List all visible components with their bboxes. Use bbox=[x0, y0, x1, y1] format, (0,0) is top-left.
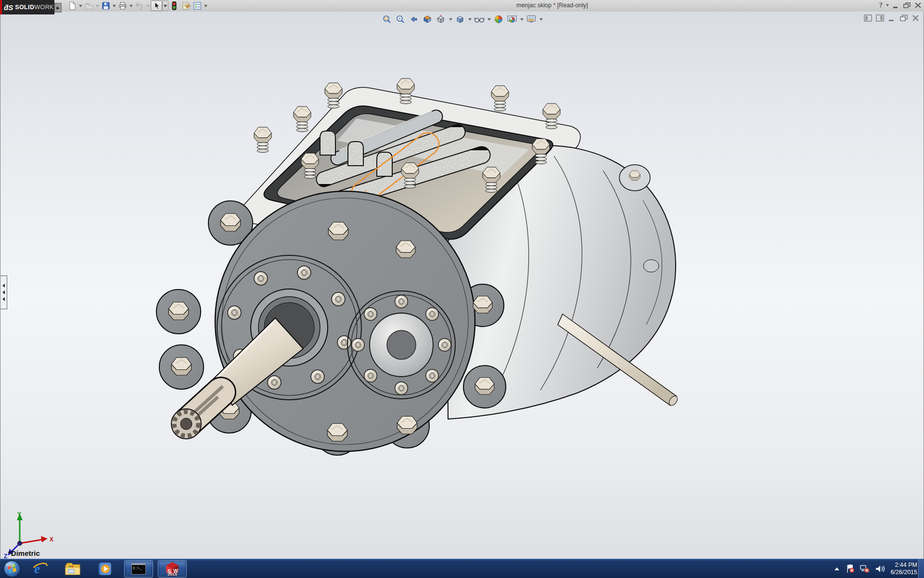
brand-solid-text: SOLID bbox=[15, 4, 34, 11]
print-dropdown-icon[interactable] bbox=[128, 0, 134, 11]
media-player-button[interactable] bbox=[91, 561, 119, 577]
network-status-icon[interactable] bbox=[860, 564, 870, 574]
system-tray: 2:44 PM 6/26/2015 bbox=[834, 559, 917, 578]
graphics-viewport[interactable]: Y X Z *Dimetric bbox=[0, 12, 924, 559]
ds-logo-mark: ƌS bbox=[4, 3, 13, 12]
save-dropdown-icon[interactable] bbox=[112, 0, 117, 11]
clock-date[interactable]: 6/26/2015 bbox=[890, 569, 917, 576]
undo-dropdown-icon[interactable] bbox=[145, 0, 151, 11]
hidden-icons-arrow[interactable] bbox=[834, 566, 840, 571]
close-button[interactable] bbox=[914, 2, 922, 9]
open-document-button[interactable] bbox=[83, 0, 95, 11]
help-dropdown-icon[interactable] bbox=[886, 3, 889, 7]
print-button[interactable] bbox=[117, 0, 128, 11]
select-dropdown-icon[interactable] bbox=[162, 0, 168, 11]
solidworks-2015-icon: S W 2015 bbox=[165, 562, 180, 576]
window-title: menjac sklop * [Read-only] bbox=[516, 2, 588, 9]
gearbox-model[interactable] bbox=[0, 12, 924, 559]
clock-time[interactable]: 2:44 PM bbox=[890, 562, 917, 569]
menu-expand-arrow[interactable]: ▶ bbox=[54, 3, 62, 13]
command-prompt-button[interactable]: C:\_ bbox=[124, 560, 153, 578]
svg-text:e: e bbox=[34, 561, 40, 576]
open-dropdown-icon[interactable] bbox=[95, 0, 100, 11]
options-dropdown-icon[interactable] bbox=[203, 0, 208, 11]
action-center-flag-icon[interactable] bbox=[845, 564, 855, 574]
triad-y-label: Y bbox=[17, 511, 21, 518]
logo-red-sliver bbox=[0, 0, 2, 14]
view-orientation-label: *Dimetric bbox=[8, 549, 40, 557]
windows-explorer-button[interactable] bbox=[59, 561, 87, 577]
start-button[interactable] bbox=[3, 560, 21, 578]
solidworks-window: menjac sklop * [Read-only] ? ƌS SOLIDWOR… bbox=[0, 0, 924, 578]
solidworks-logo: ƌS SOLIDWORKS bbox=[0, 0, 54, 14]
command-prompt-icon: C:\_ bbox=[131, 563, 146, 575]
options-button[interactable] bbox=[192, 0, 203, 11]
solidworks-taskbar-button[interactable]: S W 2015 bbox=[158, 560, 187, 578]
triad-x-label: X bbox=[50, 536, 53, 543]
show-desktop-button[interactable] bbox=[918, 559, 924, 578]
triad-z-label: Z bbox=[4, 553, 7, 559]
new-dropdown-icon[interactable] bbox=[78, 0, 83, 11]
minimize-button[interactable] bbox=[892, 2, 900, 9]
rebuild-button[interactable] bbox=[168, 0, 180, 11]
file-properties-button[interactable] bbox=[180, 0, 192, 11]
undo-button[interactable] bbox=[134, 0, 145, 11]
help-icon[interactable]: ? bbox=[879, 1, 883, 9]
save-button[interactable] bbox=[100, 0, 112, 11]
volume-icon[interactable] bbox=[875, 565, 886, 573]
windows-taskbar: e C:\_ bbox=[0, 559, 924, 578]
select-button[interactable] bbox=[151, 0, 162, 11]
internet-explorer-button[interactable]: e bbox=[26, 561, 54, 577]
main-toolbar bbox=[66, 0, 208, 11]
new-document-button[interactable] bbox=[66, 0, 78, 11]
restore-button[interactable] bbox=[903, 2, 911, 9]
